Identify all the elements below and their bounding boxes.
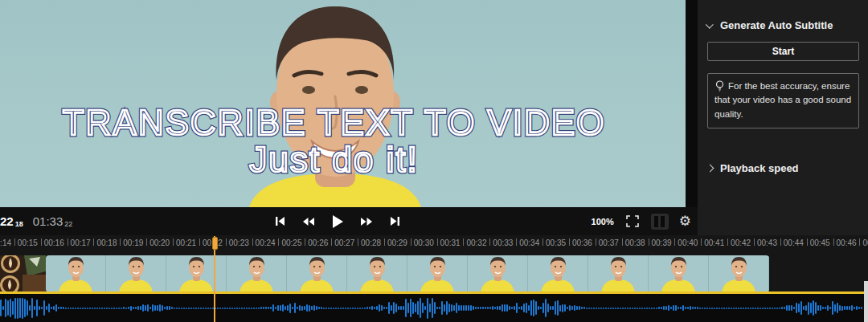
waveform-bar: [313, 305, 315, 310]
tick-mark: [199, 238, 200, 246]
video-preview[interactable]: TRANSCRIBE TEXT TO VIDEO TRANSCRIBE TEXT…: [0, 0, 686, 207]
waveform-bar: [383, 307, 385, 308]
waveform-bar: [458, 305, 460, 312]
generate-subtitle-header[interactable]: Generate Auto Subtitle: [707, 19, 859, 31]
waveform-bar: [820, 305, 821, 310]
ruler-tick: 00:33: [489, 238, 513, 247]
waveform-bar: [65, 308, 67, 309]
waveform-bar: [244, 308, 245, 309]
waveform-bar: [750, 308, 751, 309]
tick-label: 00:23: [229, 238, 249, 247]
tick-mark: [596, 238, 596, 246]
waveform-bar: [333, 308, 334, 309]
waveform-bar: [528, 305, 530, 311]
waveform-bar: [260, 307, 262, 309]
waveform-bar: [369, 307, 371, 308]
ruler-tick: 00:25: [278, 238, 301, 247]
ruler-tick: 00:32: [463, 238, 486, 247]
tick-mark: [489, 238, 490, 246]
waveform-bar: [412, 302, 414, 314]
playhead[interactable]: [214, 236, 215, 322]
waveform-bar: [371, 306, 373, 310]
overlay-text-line2-fill: Just do it!: [0, 140, 677, 180]
waveform-bar: [608, 308, 609, 309]
waveform-bar: [813, 300, 814, 315]
skip-to-end-button[interactable]: [388, 214, 402, 228]
waveform-bar: [784, 307, 785, 310]
ruler-tick: 00:27: [331, 238, 354, 247]
waveform-bar: [159, 304, 161, 312]
play-button[interactable]: [330, 214, 345, 230]
waveform-bar: [651, 308, 653, 309]
waveform-bar: [846, 306, 848, 309]
waveform-bar: [39, 306, 40, 311]
waveform-bar: [663, 306, 665, 310]
ruler-tick: 00:38: [622, 238, 645, 247]
waveform-bar: [738, 308, 739, 309]
split-view-toggle[interactable]: [651, 214, 669, 230]
waveform-bar: [376, 306, 378, 310]
waveform-bar: [629, 308, 631, 309]
waveform-bar: [75, 308, 76, 309]
waveform-bar: [137, 306, 139, 310]
tick-mark: [807, 238, 808, 246]
waveform-bar: [330, 308, 332, 309]
waveform-bar: [164, 307, 166, 309]
skip-to-start-button[interactable]: [273, 214, 287, 228]
ruler-tick: 00:42: [727, 238, 751, 247]
waveform-bar: [366, 307, 368, 309]
tick-label: 00:39: [652, 238, 672, 247]
waveform-bar: [311, 306, 313, 310]
clip-coffee[interactable]: [0, 255, 46, 292]
waveform-bar: [451, 304, 452, 311]
waveform-bar: [357, 308, 358, 309]
vertical-scrollbar[interactable]: [864, 281, 868, 322]
overlay-text-line2[interactable]: Just do it! Just do it!: [0, 140, 677, 177]
tick-mark: [649, 238, 649, 246]
tick-label: 00:32: [466, 238, 486, 247]
tick-mark: [358, 238, 358, 246]
fast-forward-icon: [360, 217, 373, 226]
waveform-bar: [624, 308, 626, 309]
ruler-tick: 00:43: [754, 238, 777, 247]
generate-subtitle-title: Generate Auto Subtitle: [720, 19, 833, 31]
playhead-handle[interactable]: [212, 237, 218, 250]
waveform-bar: [682, 305, 684, 312]
waveform-bar: [12, 301, 14, 316]
fullscreen-button[interactable]: [624, 214, 641, 229]
waveform-bar: [800, 301, 802, 315]
waveform-bar: [106, 308, 108, 309]
waveform-bar: [217, 308, 219, 309]
waveform-bar: [731, 308, 732, 309]
tick-label: 00:45: [810, 238, 830, 247]
clip-video[interactable]: [46, 255, 769, 292]
audio-track-waveform[interactable]: [0, 294, 864, 322]
waveform-bar: [395, 304, 397, 312]
filmstrip-thumbnail: [407, 255, 468, 292]
timeline-ruler[interactable]: 00:1400:1500:1600:1700:1800:1900:2000:21…: [0, 235, 868, 253]
waveform-bar: [0, 300, 2, 317]
zoom-level[interactable]: 100%: [592, 217, 614, 226]
playback-speed-header[interactable]: Playback speed: [707, 162, 859, 174]
ruler-tick: 00:30: [411, 238, 434, 247]
ruler-tick: 00:34: [516, 238, 539, 247]
waveform-bar: [687, 307, 689, 310]
waveform-bar: [694, 307, 696, 309]
ruler-tick: 00:37: [596, 238, 619, 247]
waveform-bar: [841, 306, 843, 311]
waveform-bar: [808, 302, 809, 315]
settings-button[interactable]: ⚙: [679, 214, 691, 228]
waveform-bar: [87, 308, 88, 309]
rewind-button[interactable]: [301, 215, 317, 228]
waveform-bar: [805, 305, 807, 312]
waveform-bar: [347, 308, 349, 309]
overlay-text-line1[interactable]: TRANSCRIBE TEXT TO VIDEO TRANSCRIBE TEXT…: [0, 103, 677, 140]
tick-label: 00:37: [599, 238, 619, 247]
waveform-bar: [832, 301, 833, 315]
waveform-bar: [839, 305, 841, 310]
start-button[interactable]: Start: [707, 42, 859, 61]
tick-label: 00:21: [176, 238, 196, 247]
fast-forward-button[interactable]: [358, 215, 375, 228]
waveform-bar: [328, 308, 330, 309]
waveform-bar: [516, 303, 518, 313]
